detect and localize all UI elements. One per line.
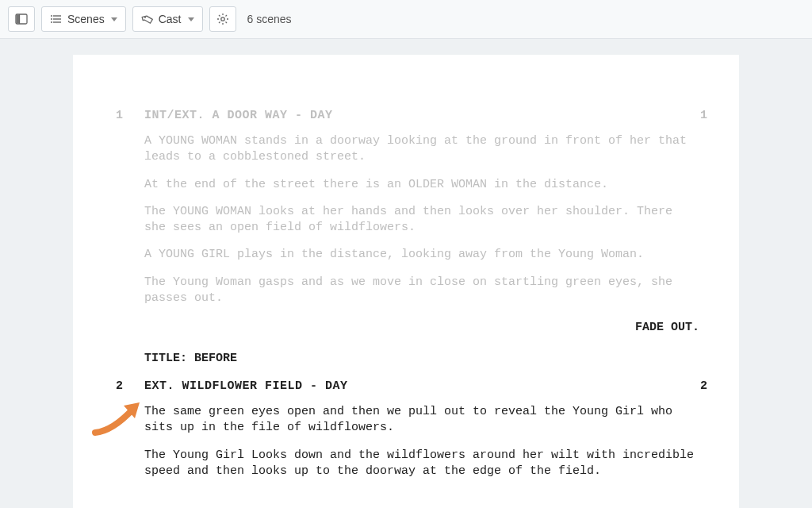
script-page[interactable]: 1 1 INT/EXT. A DOOR WAY - DAY A YOUNG WO… xyxy=(73,55,739,508)
scene-number-right: 1 xyxy=(700,109,707,122)
scene-heading[interactable]: EXT. WILDFLOWER FIELD - DAY xyxy=(144,379,699,393)
scene-block-1: 1 1 INT/EXT. A DOOR WAY - DAY A YOUNG WO… xyxy=(144,109,699,306)
action-text[interactable]: The same green eyes open and then we pul… xyxy=(144,404,699,437)
gear-icon xyxy=(216,13,229,25)
svg-point-9 xyxy=(144,17,146,18)
scene-block-2: 2 2 EXT. WILDFLOWER FIELD - DAY The same… xyxy=(144,379,699,479)
svg-line-18 xyxy=(225,15,227,17)
cast-dropdown[interactable]: Cast xyxy=(132,6,203,32)
list-icon xyxy=(50,13,63,25)
settings-button[interactable] xyxy=(209,6,236,32)
chevron-down-icon xyxy=(111,17,117,21)
svg-line-15 xyxy=(219,15,220,17)
svg-line-17 xyxy=(219,22,220,24)
tag-icon xyxy=(141,13,154,25)
scenes-label: Scenes xyxy=(67,13,105,25)
svg-point-10 xyxy=(220,17,224,21)
svg-point-6 xyxy=(51,15,52,17)
scene-number-left: 1 xyxy=(116,109,123,122)
scene-number-left: 2 xyxy=(116,379,123,393)
scene-heading[interactable]: INT/EXT. A DOOR WAY - DAY xyxy=(144,109,699,122)
document-area: 1 1 INT/EXT. A DOOR WAY - DAY A YOUNG WO… xyxy=(0,39,812,508)
title-card[interactable]: TITLE: BEFORE xyxy=(144,352,699,365)
svg-rect-2 xyxy=(17,15,20,24)
toolbar: Scenes Cast 6 scenes xyxy=(0,0,812,39)
action-text[interactable]: A YOUNG GIRL plays in the distance, look… xyxy=(144,247,699,263)
annotation-arrow-icon xyxy=(89,393,152,441)
action-text[interactable]: At the end of the street there is an OLD… xyxy=(144,177,699,193)
scene-number-right: 2 xyxy=(700,379,707,393)
action-text[interactable]: The Young Girl Looks down and the wildfl… xyxy=(144,448,699,480)
action-text[interactable]: A YOUNG WOMAN stands in a doorway lookin… xyxy=(144,133,699,166)
svg-line-16 xyxy=(225,22,227,24)
svg-point-7 xyxy=(51,18,52,20)
sidebar-icon xyxy=(15,13,28,25)
svg-point-8 xyxy=(51,21,52,23)
sidebar-toggle-button[interactable] xyxy=(8,6,35,32)
action-text[interactable]: The Young Woman gasps and as we move in … xyxy=(144,275,699,307)
action-text[interactable]: The YOUNG WOMAN looks at her hands and t… xyxy=(144,204,699,237)
scene-count: 6 scenes xyxy=(247,13,292,25)
chevron-down-icon xyxy=(188,17,194,21)
transition[interactable]: FADE OUT. xyxy=(144,321,699,334)
cast-label: Cast xyxy=(159,13,182,25)
scenes-dropdown[interactable]: Scenes xyxy=(41,6,126,32)
